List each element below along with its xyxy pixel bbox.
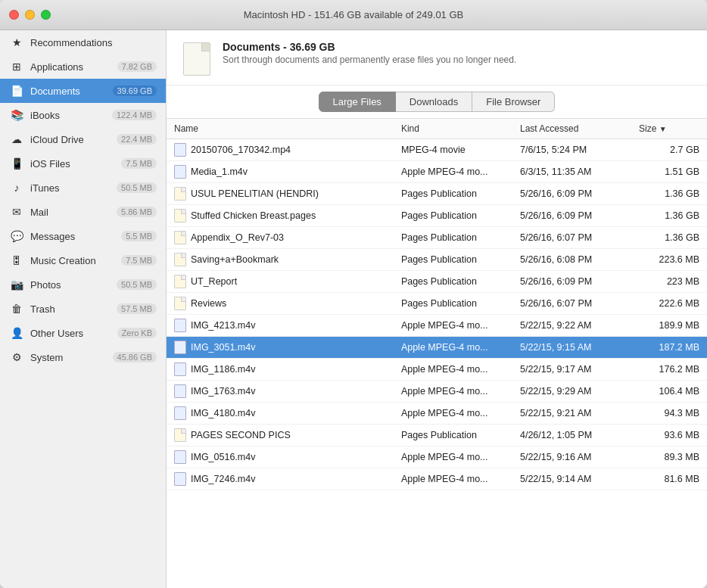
tab-large-files[interactable]: Large Files [319, 92, 396, 112]
tab-file-browser[interactable]: File Browser [472, 92, 555, 112]
table-row[interactable]: Saving+a+BookmarkPages Publication5/26/1… [167, 249, 707, 271]
file-icon-video [174, 384, 186, 398]
file-icon-video [174, 472, 186, 486]
applications-icon: ⊞ [9, 59, 24, 74]
file-kind: Pages Publication [394, 227, 512, 249]
col-header-size[interactable]: Size ▼ [631, 119, 707, 139]
file-icon-pages [174, 187, 186, 201]
category-description: Sort through documents and permanently e… [223, 54, 516, 65]
close-button[interactable] [9, 10, 19, 20]
sidebar-label-applications: Applications [30, 61, 117, 73]
sidebar-label-documents: Documents [30, 86, 113, 97]
table-row[interactable]: 20150706_170342.mp4MPEG-4 movie7/6/15, 5… [167, 139, 707, 161]
file-name-cell: USUL PENELITIAN (HENDRI) [167, 183, 394, 205]
category-info: Documents - 36.69 GB Sort through docume… [223, 41, 516, 65]
file-table-container[interactable]: Name Kind Last Accessed Size ▼ 20150706_… [167, 119, 707, 588]
file-kind: Pages Publication [394, 425, 512, 446]
table-row[interactable]: IMG_0516.m4vApple MPEG-4 mo...5/22/15, 9… [167, 446, 707, 468]
file-icon-pages [174, 297, 186, 310]
table-row[interactable]: Appendix_O_Rev7-03Pages Publication5/26/… [167, 227, 707, 249]
sidebar-size-music-creation: 7.5 MB [121, 255, 157, 266]
sidebar-item-applications[interactable]: ⊞Applications7.82 GB [0, 54, 166, 79]
file-size: 1.36 GB [631, 183, 707, 205]
table-row[interactable]: PAGES SECOND PICSPages Publication4/26/1… [167, 425, 707, 446]
documents-icon: 📄 [9, 83, 24, 98]
file-icon-video [174, 406, 186, 420]
file-size: 223 MB [631, 271, 707, 293]
sidebar-size-mail: 5.86 MB [117, 207, 157, 217]
file-name: IMG_3051.m4v [191, 342, 255, 353]
header-row: Name Kind Last Accessed Size ▼ [167, 119, 707, 139]
file-name-cell: 20150706_170342.mp4 [167, 139, 394, 161]
col-header-kind[interactable]: Kind [394, 119, 512, 139]
sidebar-item-music-creation[interactable]: 🎛Music Creation7.5 MB [0, 248, 166, 272]
sort-arrow: ▼ [659, 125, 667, 133]
col-header-accessed[interactable]: Last Accessed [512, 119, 631, 139]
sidebar-item-ios-files[interactable]: 📱iOS Files7.5 MB [0, 151, 166, 176]
sidebar-item-recommendations[interactable]: ★Recommendations [0, 30, 166, 54]
tab-downloads[interactable]: Downloads [396, 92, 472, 112]
file-icon-video [174, 362, 186, 376]
file-name-cell: Reviews [167, 293, 394, 315]
file-size: 187.2 MB [631, 337, 707, 359]
file-icon-video [174, 165, 186, 179]
ios-files-icon: 📱 [9, 156, 24, 171]
sidebar-label-recommendations: Recommendations [30, 37, 157, 48]
sidebar-label-ios-files: iOS Files [30, 158, 121, 170]
file-name: USUL PENELITIAN (HENDRI) [191, 188, 319, 199]
other-users-icon: 👤 [9, 325, 24, 341]
sidebar-item-trash[interactable]: 🗑Trash57.5 MB [0, 297, 166, 321]
col-header-name[interactable]: Name [167, 119, 394, 139]
sidebar-item-messages[interactable]: 💬Messages5.5 MB [0, 224, 166, 248]
table-row[interactable]: IMG_4213.m4vApple MPEG-4 mo...5/22/15, 9… [167, 315, 707, 337]
file-accessed: 5/22/15, 9:14 AM [512, 468, 631, 490]
file-accessed: 5/26/16, 6:07 PM [512, 227, 631, 249]
file-icon-pages [174, 428, 186, 442]
file-kind: Pages Publication [394, 293, 512, 315]
sidebar-item-photos[interactable]: 📷Photos50.5 MB [0, 272, 166, 297]
file-name-cell: Saving+a+Bookmark [167, 249, 394, 271]
table-row[interactable]: Stuffed Chicken Breast.pagesPages Public… [167, 205, 707, 227]
file-size: 1.51 GB [631, 161, 707, 183]
main-panel: Documents - 36.69 GB Sort through docume… [167, 30, 707, 588]
sidebar-item-mail[interactable]: ✉Mail5.86 MB [0, 200, 166, 224]
sidebar-item-icloud-drive[interactable]: ☁iCloud Drive22.4 MB [0, 127, 166, 151]
file-size: 94.3 MB [631, 403, 707, 425]
sidebar-size-photos: 50.5 MB [117, 279, 157, 290]
minimize-button[interactable] [25, 10, 35, 20]
table-row[interactable]: Media_1.m4vApple MPEG-4 mo...6/3/15, 11:… [167, 161, 707, 183]
file-icon-pages [174, 275, 186, 288]
file-table-body: 20150706_170342.mp4MPEG-4 movie7/6/15, 5… [167, 139, 707, 490]
file-kind: MPEG-4 movie [394, 139, 512, 161]
file-kind: Apple MPEG-4 mo... [394, 403, 512, 425]
table-row[interactable]: IMG_4180.m4vApple MPEG-4 mo...5/22/15, 9… [167, 403, 707, 425]
sidebar-item-ibooks[interactable]: 📚iBooks122.4 MB [0, 103, 166, 127]
maximize-button[interactable] [41, 10, 51, 20]
table-row[interactable]: IMG_7246.m4vApple MPEG-4 mo...5/22/15, 9… [167, 468, 707, 490]
sidebar-item-itunes[interactable]: ♪iTunes50.5 MB [0, 176, 166, 200]
file-icon-pages [174, 209, 186, 222]
sidebar-label-trash: Trash [30, 303, 117, 315]
sidebar-size-documents: 39.69 GB [113, 86, 157, 96]
sidebar-label-itunes: iTunes [30, 182, 117, 194]
table-row[interactable]: IMG_3051.m4vApple MPEG-4 mo...5/22/15, 9… [167, 337, 707, 359]
table-row[interactable]: IMG_1763.m4vApple MPEG-4 mo...5/22/15, 9… [167, 381, 707, 403]
sidebar-item-documents[interactable]: 📄Documents39.69 GB [0, 79, 166, 103]
file-name-cell: UT_Report [167, 271, 394, 293]
sidebar-item-system[interactable]: ⚙System45.86 GB [0, 345, 166, 369]
table-row[interactable]: UT_ReportPages Publication5/26/16, 6:09 … [167, 271, 707, 293]
file-name-cell: IMG_3051.m4v [167, 337, 394, 359]
itunes-icon: ♪ [9, 180, 24, 195]
table-row[interactable]: USUL PENELITIAN (HENDRI)Pages Publicatio… [167, 183, 707, 205]
file-accessed: 7/6/15, 5:24 PM [512, 139, 631, 161]
sidebar-item-other-users[interactable]: 👤Other UsersZero KB [0, 321, 166, 345]
table-row[interactable]: IMG_1186.m4vApple MPEG-4 mo...5/22/15, 9… [167, 359, 707, 381]
sidebar-size-applications: 7.82 GB [117, 61, 157, 72]
sidebar-size-icloud-drive: 22.4 MB [117, 134, 157, 145]
table-row[interactable]: ReviewsPages Publication5/26/16, 6:07 PM… [167, 293, 707, 315]
file-icon-video [174, 341, 186, 354]
music-creation-icon: 🎛 [9, 253, 24, 268]
content-area: ★Recommendations⊞Applications7.82 GB📄Doc… [0, 30, 707, 588]
file-accessed: 5/22/15, 9:17 AM [512, 359, 631, 381]
sidebar-label-system: System [30, 352, 113, 363]
